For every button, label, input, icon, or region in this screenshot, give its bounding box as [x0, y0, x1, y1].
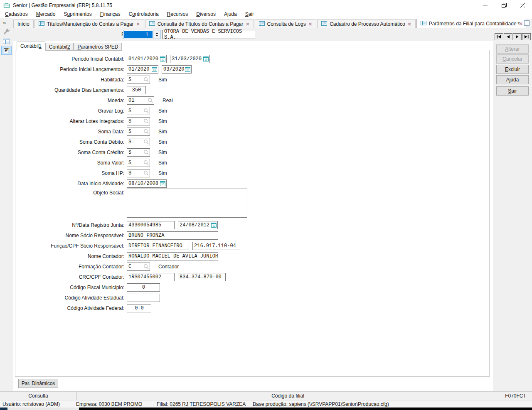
lookup-magnifier-icon[interactable]: [143, 108, 149, 113]
lookup-field[interactable]: S: [127, 148, 150, 157]
form-row: Nome Sócio Responsável:BRUNO FRONZA: [15, 230, 489, 241]
calendar-icon[interactable]: 10: [152, 66, 157, 72]
lookup-field[interactable]: 01: [127, 96, 154, 105]
restore-button[interactable]: [495, 0, 513, 10]
lookup-magnifier-icon[interactable]: [143, 129, 149, 134]
tab-list-dropdown-icon[interactable]: ▼: [517, 21, 521, 25]
tab-close-icon[interactable]: ✕: [408, 22, 411, 27]
tab-restore-icon[interactable]: [524, 20, 530, 26]
subtab-contabil-2[interactable]: Contábil 2: [45, 43, 74, 51]
lookup-magnifier-icon[interactable]: [143, 160, 149, 165]
menu-suprimentos[interactable]: Suprimentos: [59, 10, 96, 18]
textarea-field[interactable]: [127, 189, 247, 218]
calendar-icon[interactable]: 10: [160, 56, 165, 61]
lookup-field[interactable]: S: [127, 169, 150, 177]
date-field[interactable]: 24/08/201210: [178, 221, 218, 229]
form-icon[interactable]: [1, 37, 12, 46]
text-field[interactable]: 0-0: [127, 304, 151, 312]
lookup-field[interactable]: C: [127, 263, 150, 271]
menu-bar: CadastrosMercadoSuprimentosFinançasContr…: [0, 10, 532, 18]
sair-button[interactable]: Sair: [496, 86, 529, 96]
lookup-magnifier-icon[interactable]: [148, 98, 153, 103]
text-field[interactable]: 216.917.110-04: [192, 242, 240, 250]
text-field[interactable]: 43300054985: [127, 221, 175, 229]
tab-overflow-chevron[interactable]: »: [3, 20, 6, 26]
text-field[interactable]: BRUNO FRONZA: [127, 231, 218, 240]
form-row: Objeto Social:: [15, 189, 489, 220]
menu-cadastros[interactable]: Cadastros: [1, 10, 32, 18]
field-value: 834.374.870-00: [180, 274, 224, 280]
calendar-icon[interactable]: 10: [203, 56, 209, 61]
text-field[interactable]: RONALDO MACIEL DE AVILA JUNIOR: [127, 252, 218, 260]
lookup-field[interactable]: S: [127, 128, 150, 136]
date-field[interactable]: 03/202010: [162, 65, 192, 74]
calendar-icon[interactable]: 10: [211, 222, 217, 228]
date-field[interactable]: 08/10/200810: [127, 179, 167, 188]
text-field[interactable]: DIRETOR FINANCEIRO: [127, 242, 189, 250]
menu-recursos[interactable]: Recursos: [163, 10, 192, 18]
lookup-field[interactable]: S: [127, 117, 150, 125]
menu-diversos[interactable]: Diversos: [192, 10, 220, 18]
text-field[interactable]: 0: [127, 283, 160, 292]
lookup-description: Sim: [158, 160, 167, 166]
menu-controladoria[interactable]: Controladoria: [125, 10, 163, 18]
tab-close-icon[interactable]: ✕: [246, 22, 249, 27]
calendar-icon[interactable]: 10: [160, 181, 165, 186]
nav-last-button[interactable]: [522, 33, 531, 40]
taskbar-sliver[interactable]: [0, 408, 532, 410]
par-dinamicos-button[interactable]: Par. Dinâmicos: [18, 379, 58, 388]
minimize-button[interactable]: [476, 0, 495, 10]
tab-item[interactable]: Títulos/Manutenção do Contas a Pagar✕: [34, 20, 144, 28]
subtab-contabil-1[interactable]: Contábil 1: [17, 42, 45, 51]
field-label: Soma HP:: [15, 170, 124, 176]
lookup-field[interactable]: S: [127, 138, 150, 146]
tab-item[interactable]: Parâmetros da Filial para Contabilidade✕: [416, 19, 527, 28]
menu-financas[interactable]: Finanças: [96, 10, 125, 18]
alterar-button: Alterar: [496, 44, 529, 54]
nav-prev-button[interactable]: [504, 33, 512, 40]
lookup-field[interactable]: S: [127, 76, 150, 84]
excluir-button[interactable]: Excluir: [496, 65, 529, 74]
menu-sair[interactable]: Sair: [241, 10, 258, 18]
nav-next-button[interactable]: [513, 33, 522, 40]
field-label: Nº/Data Registro Junta:: [15, 222, 124, 228]
wrench-icon[interactable]: [1, 27, 12, 37]
app-briefcase-icon: [3, 2, 10, 9]
lookup-magnifier-icon[interactable]: [143, 139, 149, 145]
field-label: Gravar Log:: [15, 108, 124, 114]
lookup-magnifier-icon[interactable]: [143, 118, 149, 124]
filial-code-spinner[interactable]: 1: [123, 30, 160, 39]
date-field[interactable]: 31/03/202010: [170, 55, 210, 63]
subtab-parametros-sped[interactable]: Parâmetros SPED: [74, 43, 122, 51]
text-field[interactable]: 1RS07455002: [127, 273, 175, 281]
nav-first-button[interactable]: [495, 33, 503, 40]
tab-item[interactable]: Cadastro de Processo Automático✕: [317, 20, 416, 28]
menu-ajuda[interactable]: Ajuda: [220, 10, 241, 18]
tab-item[interactable]: Consulta de Títulos do Contas a Pagar✕: [145, 20, 254, 28]
tab-item[interactable]: Consulta de Logs✕: [255, 20, 317, 28]
close-button[interactable]: [513, 0, 532, 10]
edit-record-icon[interactable]: [1, 46, 12, 55]
text-field[interactable]: [127, 294, 160, 302]
ajuda-button[interactable]: Ajuda: [496, 75, 529, 84]
spinner-arrows-icon[interactable]: [153, 30, 160, 39]
lookup-magnifier-icon[interactable]: [143, 150, 149, 155]
tab-close-icon[interactable]: ✕: [136, 22, 140, 27]
date-field[interactable]: 01/202010: [127, 65, 158, 74]
filial-name-field[interactable]: OTORA DE VENDAS E SERVICOS S.A.: [162, 30, 255, 39]
tab-close-icon[interactable]: ✕: [308, 22, 312, 27]
tab-item[interactable]: Início: [13, 20, 34, 28]
lookup-magnifier-icon[interactable]: [143, 170, 149, 176]
date-field[interactable]: 01/01/202010: [127, 55, 167, 63]
lookup-description: Sim: [158, 170, 167, 176]
lookup-magnifier-icon[interactable]: [143, 77, 149, 82]
text-field[interactable]: 834.374.870-00: [178, 273, 226, 281]
text-field[interactable]: 350: [127, 86, 146, 94]
calendar-icon[interactable]: 10: [185, 66, 190, 72]
menu-mercado[interactable]: Mercado: [32, 10, 60, 18]
lookup-field[interactable]: S: [127, 107, 150, 115]
lookup-magnifier-icon[interactable]: [143, 264, 149, 269]
field-label: Período Inicial Contábil:: [15, 56, 124, 62]
filial-code-value[interactable]: 1: [124, 31, 153, 38]
lookup-field[interactable]: S: [127, 159, 150, 167]
